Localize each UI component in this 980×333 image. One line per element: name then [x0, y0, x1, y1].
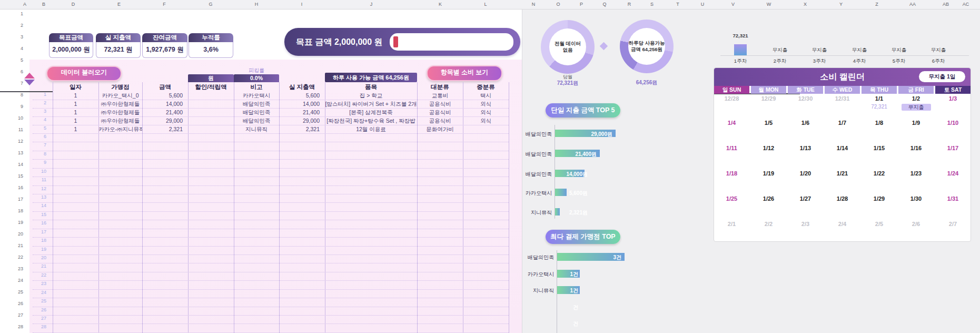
table-cell[interactable]: 외식	[463, 109, 509, 116]
column-letter[interactable]: T	[671, 1, 684, 8]
table-row-empty[interactable]: 27	[33, 316, 509, 324]
row-number[interactable]: 27	[0, 312, 23, 318]
row-number[interactable]: 1	[0, 11, 23, 17]
calendar-date-cell[interactable]: 1/14	[825, 143, 860, 169]
load-data-button[interactable]: 데이터 불러오기	[46, 66, 122, 81]
column-letter[interactable]: G	[204, 1, 217, 8]
table-cell[interactable]	[188, 125, 234, 133]
calendar-date-cell[interactable]: 1/29	[862, 194, 897, 219]
table-cell[interactable]: 문화여가비	[417, 125, 463, 133]
table-row-empty[interactable]: 16	[33, 220, 509, 229]
calendar-date-cell[interactable]: 2/3	[788, 219, 823, 241]
row-number[interactable]: 18	[0, 208, 23, 214]
table-cell[interactable]: ㈜우아한형제들	[98, 117, 142, 125]
column-letter[interactable]: U	[696, 1, 709, 8]
column-letter[interactable]: E	[113, 1, 125, 8]
table-cell[interactable]: 1	[53, 117, 98, 125]
table-row-empty[interactable]: 11	[33, 177, 509, 185]
column-letter[interactable]: R	[623, 1, 636, 8]
table-cell[interactable]: ㈜우아한형제들	[98, 109, 142, 116]
table-cell[interactable]: [본죽] 삼계전복죽	[325, 109, 417, 116]
table-cell[interactable]: 21,400	[142, 109, 188, 116]
row-number[interactable]: 17	[0, 196, 23, 202]
table-cell[interactable]: 지니뮤직	[234, 125, 279, 133]
calendar-date-cell[interactable]: 1/19	[751, 169, 786, 194]
column-letter[interactable]: B	[37, 1, 50, 8]
table-row-empty[interactable]: 17	[33, 229, 509, 238]
table-row-empty[interactable]: 22	[33, 272, 509, 281]
no-spend-days-badge[interactable]: 무지출 1일	[919, 71, 965, 82]
calendar-date-cell[interactable]: 1/23	[898, 169, 934, 194]
calendar-date-cell[interactable]: 1/6	[788, 118, 823, 143]
calendar-date-cell[interactable]: 1/31	[935, 194, 971, 219]
table-cell[interactable]: 카카오-㈜지니뮤직	[98, 125, 142, 133]
table-cell[interactable]: 1	[53, 125, 98, 133]
column-letter[interactable]: Q	[598, 1, 611, 8]
calendar-date-cell[interactable]: 2/7	[935, 219, 971, 241]
table-cell[interactable]: 5,600	[142, 92, 188, 100]
table-cell[interactable]: 14,000	[279, 100, 325, 108]
calendar-date-cell[interactable]: 1/13	[788, 143, 823, 169]
table-cell[interactable]: 29,000	[279, 117, 325, 125]
table-row-empty[interactable]: 18	[33, 238, 509, 246]
calendar-date-cell[interactable]: 1/18	[714, 169, 749, 194]
row-number[interactable]: 11	[0, 126, 23, 133]
table-cell[interactable]: 카카오_택시_0	[98, 92, 142, 100]
row-number[interactable]: 28	[0, 324, 23, 330]
row-number[interactable]: 10	[0, 115, 23, 121]
column-letter[interactable]: X	[799, 1, 811, 8]
column-letter[interactable]: AB	[939, 1, 952, 8]
calendar-date-cell[interactable]: 1/16	[898, 143, 934, 169]
row-number[interactable]: 3	[0, 34, 23, 40]
calendar-date-cell[interactable]: 1/7	[825, 118, 860, 143]
table-row-empty[interactable]: 13	[33, 194, 509, 203]
column-letter[interactable]: P	[575, 1, 588, 8]
calendar-date-cell[interactable]: 2/4	[825, 219, 860, 241]
row-number[interactable]: 16	[0, 184, 23, 191]
table-cell[interactable]: 카카오택시	[234, 92, 279, 100]
calendar-date-cell[interactable]: 1/26	[751, 194, 786, 219]
calendar-date-cell[interactable]: 1/15	[862, 143, 897, 169]
table-cell[interactable]: 29,000	[142, 117, 188, 125]
table-row-empty[interactable]: 21	[33, 263, 509, 272]
column-letter[interactable]: A	[18, 1, 31, 8]
column-letter[interactable]: O	[552, 1, 565, 8]
table-cell[interactable]: 공용식비	[417, 109, 463, 116]
row-number[interactable]: 22	[0, 254, 23, 260]
table-cell[interactable]: 배달의민족	[234, 109, 279, 116]
column-letter[interactable]: Z	[870, 1, 883, 8]
table-cell[interactable]: 5,600	[279, 92, 325, 100]
goal-progress-input[interactable]	[390, 33, 513, 51]
table-cell[interactable]: [짜장천국] 짜장+탕수육 Set , 짜장밥	[325, 117, 417, 125]
table-cell[interactable]: 택시	[463, 92, 509, 100]
calendar-date-cell[interactable]: 1/20	[788, 169, 823, 194]
table-cell[interactable]	[188, 109, 234, 116]
row-number[interactable]: 5	[0, 57, 23, 63]
row-number[interactable]: 19	[0, 219, 23, 226]
table-cell[interactable]	[188, 100, 234, 108]
calendar-date-cell[interactable]: 2/1	[714, 219, 749, 241]
column-letter[interactable]: F	[158, 1, 171, 8]
column-letter[interactable]: W	[763, 1, 775, 8]
calendar-date-cell[interactable]: 1/30	[898, 194, 934, 219]
table-row-empty[interactable]: 25	[33, 298, 509, 307]
table-row-empty[interactable]: 10	[33, 169, 509, 177]
view-by-category-button[interactable]: 항목별 소비 보기	[427, 65, 502, 81]
table-row-empty[interactable]: 28	[33, 324, 509, 332]
calendar-date-cell[interactable]: 12/28	[714, 94, 749, 118]
calendar-date-cell[interactable]: 1/22	[862, 169, 897, 194]
table-cell[interactable]: 1	[53, 100, 98, 108]
table-row-empty[interactable]: 19	[33, 247, 509, 255]
navigation-diamond-icon[interactable]	[24, 73, 35, 86]
table-row-empty[interactable]: 9	[33, 160, 509, 168]
table-row-empty[interactable]: 23	[33, 281, 509, 289]
row-number[interactable]: 7	[0, 80, 23, 86]
row-number[interactable]: 6	[0, 68, 23, 75]
table-cell[interactable]: 12월 이용료	[325, 125, 417, 133]
calendar-date-cell[interactable]: 1/17	[935, 143, 971, 169]
calendar-date-cell[interactable]: 2/2	[751, 219, 786, 241]
calendar-date-cell[interactable]: 12/31	[825, 94, 860, 118]
row-number[interactable]: 8	[0, 92, 23, 98]
table-row-empty[interactable]: 26	[33, 307, 509, 316]
calendar-date-cell[interactable]: 1/9	[898, 118, 934, 143]
